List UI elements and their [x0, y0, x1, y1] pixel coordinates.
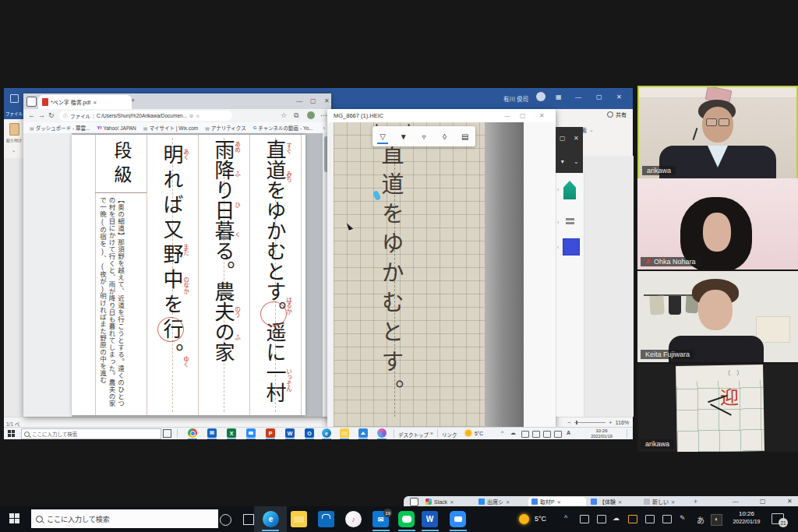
- tab-slack[interactable]: Slack✕: [422, 497, 474, 506]
- bookmark-item[interactable]: Gチャンネルの動画 - Yo...: [253, 124, 313, 132]
- tab-taiken[interactable]: 【体験✕: [588, 497, 639, 506]
- close-tab-icon[interactable]: ✕: [618, 499, 622, 505]
- weather-sun-icon[interactable]: [519, 514, 529, 524]
- taskbar-clock[interactable]: 10:26 2022/01/19: [582, 428, 621, 439]
- ink-workspace-icon[interactable]: ◐: [711, 514, 722, 526]
- zoom-app-icon[interactable]: [246, 428, 256, 438]
- line-icon[interactable]: [398, 511, 415, 527]
- minimize-icon[interactable]: —: [733, 498, 739, 505]
- save-icon[interactable]: [10, 94, 19, 103]
- pdf-tab[interactable]: *ペン字 楷書.pdf ✕: [38, 95, 132, 109]
- taskbar-search[interactable]: ここに入力して検索: [21, 428, 161, 439]
- ime-mode[interactable]: A: [567, 430, 570, 435]
- weather-sun-icon[interactable]: [465, 430, 471, 436]
- links-toolbar[interactable]: リンク: [442, 431, 457, 439]
- close-tab-icon[interactable]: ✕: [557, 499, 561, 505]
- minimize-icon[interactable]: —: [575, 93, 581, 100]
- ime-mode[interactable]: あ: [697, 514, 704, 526]
- tab-new[interactable]: 新しい✕: [641, 497, 692, 506]
- file-explorer-icon[interactable]: [340, 428, 349, 438]
- zoom-page-icon[interactable]: ⊙: [189, 113, 193, 118]
- eraser-icon[interactable]: ◊: [437, 132, 451, 141]
- close-icon[interactable]: ✕: [324, 97, 330, 104]
- close-icon[interactable]: ✕: [574, 135, 579, 142]
- powerpoint-icon[interactable]: P: [266, 428, 275, 438]
- clipboard-icon[interactable]: [597, 515, 606, 523]
- display-icon[interactable]: [532, 431, 540, 438]
- show-desktop-button[interactable]: [627, 429, 627, 438]
- participant-video-fujiwara[interactable]: Keita Fujiwara: [637, 271, 798, 362]
- pen-icon[interactable]: ✎: [680, 514, 686, 522]
- pencil-icon[interactable]: ▿: [417, 132, 431, 141]
- minimize-icon[interactable]: —: [504, 112, 510, 119]
- chevron-up-icon[interactable]: ^: [501, 430, 503, 435]
- close-icon[interactable]: ✕: [787, 498, 793, 505]
- phone-icon[interactable]: [580, 515, 589, 523]
- restore-icon[interactable]: ▢: [596, 93, 602, 100]
- keyboard-icon[interactable]: [554, 431, 562, 438]
- participant-video-paper[interactable]: （ ） 迎 arikawa: [637, 364, 798, 452]
- tab-actions-icon[interactable]: [410, 498, 418, 506]
- paint-icon[interactable]: [377, 428, 387, 438]
- maximize-icon[interactable]: ▢: [310, 97, 316, 104]
- more-menu-icon[interactable]: ⋯: [320, 111, 327, 119]
- file-explorer-icon[interactable]: [291, 511, 307, 527]
- volume-icon[interactable]: [543, 431, 551, 438]
- chevron-up-icon[interactable]: ^: [564, 514, 567, 522]
- marker-pen-icon[interactable]: ▼: [397, 132, 411, 141]
- mail-icon[interactable]: ✉: [207, 428, 217, 438]
- participant-video-arikawa[interactable]: arikawa: [637, 86, 798, 180]
- snip-icon[interactable]: [628, 515, 637, 523]
- start-button[interactable]: [9, 513, 19, 523]
- close-icon[interactable]: ✕: [539, 112, 545, 119]
- store-icon[interactable]: [318, 511, 334, 527]
- onedrive-icon[interactable]: ☁: [510, 430, 516, 436]
- zoom-app-icon[interactable]: [450, 511, 466, 527]
- participant-video-nohara[interactable]: Ohka Nohara: [637, 178, 798, 270]
- word-paste-group[interactable]: 貼り付け ⌄: [4, 119, 25, 158]
- collections-icon[interactable]: ⧉: [294, 111, 298, 120]
- onedrive-icon[interactable]: ☁: [613, 514, 620, 522]
- zoom-in-icon[interactable]: +: [609, 419, 613, 426]
- stamp-icon[interactable]: [566, 218, 574, 220]
- bookmark-item[interactable]: Y!Yahoo! JAPAN: [97, 125, 136, 131]
- bookmark-item[interactable]: ▤マイサイト | Wix.com: [143, 124, 198, 132]
- edge-icon[interactable]: e: [263, 511, 279, 527]
- ballpoint-pen-icon[interactable]: ▽: [376, 132, 390, 141]
- collapse-icon[interactable]: ‹: [557, 220, 559, 225]
- word-zoom-controls[interactable]: − + 116%: [567, 419, 629, 426]
- zoom-slider-thumb[interactable]: [576, 421, 577, 425]
- info-icon[interactable]: ⓘ: [63, 112, 68, 119]
- account-avatar[interactable]: [536, 92, 546, 101]
- maximize-icon[interactable]: ▢: [520, 112, 526, 119]
- new-tab-icon[interactable]: +: [694, 498, 697, 506]
- close-tab-icon[interactable]: ✕: [93, 100, 97, 105]
- zoom-slider[interactable]: [574, 422, 606, 423]
- maximize-icon[interactable]: ▢: [560, 135, 566, 142]
- chrome-icon[interactable]: [188, 428, 197, 438]
- chevron-right-icon[interactable]: ›: [323, 125, 325, 131]
- mic-icon[interactable]: [521, 431, 529, 438]
- bookmark-item[interactable]: ▤アナリティクス: [205, 124, 245, 132]
- word-icon[interactable]: W: [422, 511, 438, 527]
- taskbar-clock[interactable]: 10:26 2022/01/19: [729, 510, 764, 525]
- collapse-icon[interactable]: ‹: [557, 187, 559, 192]
- close-tab-icon[interactable]: ✕: [671, 499, 675, 505]
- tab-interview-active[interactable]: 取材P✕: [528, 497, 586, 506]
- close-icon[interactable]: ✕: [616, 93, 622, 100]
- zoom-out-icon[interactable]: −: [567, 419, 571, 426]
- share-button[interactable]: 共有: [607, 111, 627, 118]
- color-swatch-blue[interactable]: [563, 238, 580, 255]
- highlighter-icon[interactable]: [563, 181, 576, 199]
- start-button[interactable]: [8, 430, 15, 437]
- task-view-icon[interactable]: [163, 429, 171, 438]
- url-bar[interactable]: ⓘ ファイル | C:/Users/Shunji%20Arikawa/Docum…: [59, 111, 232, 121]
- excel-icon[interactable]: X: [227, 428, 236, 438]
- photos-icon[interactable]: [358, 428, 368, 438]
- ribbon-options-icon[interactable]: ▦: [556, 93, 562, 100]
- back-icon[interactable]: ←: [28, 111, 35, 119]
- desktop-toolbar[interactable]: デスクトップ: [398, 431, 429, 439]
- wifi-icon[interactable]: [645, 515, 655, 523]
- close-tab-icon[interactable]: ✕: [506, 499, 510, 505]
- taskbar-search[interactable]: ここに入力して検索: [31, 509, 218, 528]
